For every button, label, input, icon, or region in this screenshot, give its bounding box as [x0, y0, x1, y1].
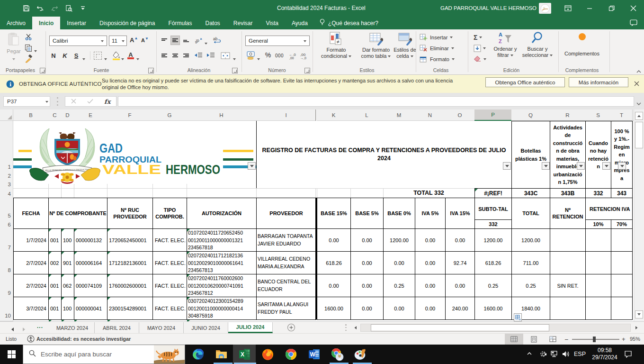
row-header-4[interactable]: 4: [0, 188, 13, 198]
cell-T7[interactable]: [611, 228, 633, 252]
cell-R7-nret[interactable]: [550, 228, 586, 252]
header-cell-iva5[interactable]: IVA 5%: [415, 198, 446, 229]
cell-styles-button[interactable]: Estilos decelda: [391, 31, 419, 59]
tray-recorder-icon[interactable]: [539, 350, 547, 358]
cell-R10-nret[interactable]: [550, 297, 586, 320]
get-office-button[interactable]: Obtenga Office auténtico: [485, 77, 565, 87]
cell-I1-report-title[interactable]: REGISTRO DE FACTURAS DE COMPRA Y RETENCI…: [256, 121, 511, 188]
header-cell-retencion[interactable]: RETENCION IVA: [585, 198, 633, 220]
tray-volume-icon[interactable]: [562, 350, 570, 358]
ribbon-tab-revisar[interactable]: Revisar: [227, 17, 259, 29]
cell-B9-fecha[interactable]: 2/7/2024: [13, 274, 49, 297]
sheet-tab-julio-2024[interactable]: JULIO 2024: [228, 322, 273, 333]
fill-button[interactable]: [474, 45, 486, 52]
cell-F9-ruc[interactable]: 1760002600001: [107, 274, 153, 297]
row-header-1[interactable]: 1: [0, 121, 13, 171]
orientation-dropdown-icon[interactable]: [205, 39, 207, 47]
cell-S1-cuando[interactable]: Cuandono hayretención: [585, 121, 611, 189]
taskbar-app-file-explorer-icon[interactable]: [210, 345, 233, 364]
normal-view-icon[interactable]: [505, 334, 523, 345]
cell-D10[interactable]: 100: [61, 297, 74, 320]
decrease-decimal-icon[interactable]: ,00→,0: [299, 51, 310, 60]
column-header-G[interactable]: G: [152, 109, 187, 121]
percent-style-icon[interactable]: %: [264, 51, 272, 59]
column-header-T[interactable]: T: [611, 109, 633, 121]
prev-sheet-icon[interactable]: [10, 325, 15, 334]
column-header-L[interactable]: L: [350, 109, 384, 121]
cell-P10-subtotal[interactable]: 1600.00: [474, 297, 512, 320]
align-left-icon[interactable]: [160, 51, 169, 60]
column-header-B[interactable]: B: [13, 109, 49, 121]
cell-S4-code[interactable]: 332: [585, 188, 611, 198]
format-cells-button[interactable]: Formato: [420, 55, 455, 63]
cell-N8-iva5[interactable]: 0.00: [415, 251, 446, 274]
save-icon[interactable]: [21, 3, 31, 13]
cell-T8[interactable]: [611, 251, 633, 274]
cell-P8-subtotal[interactable]: 618.26: [474, 251, 512, 274]
cell-H7-autorizacion[interactable]: 0107202401172065245000120011000000001321…: [187, 228, 257, 252]
zoom-slider[interactable]: [572, 339, 619, 340]
filter-S-icon[interactable]: [602, 162, 610, 170]
cell-O7-iva15[interactable]: 0.00: [445, 228, 475, 252]
row-header-6[interactable]: 6: [0, 219, 13, 229]
font-name-select[interactable]: Calibri: [49, 36, 107, 46]
cell-B7-fecha[interactable]: 1/7/2024: [13, 228, 49, 252]
start-button[interactable]: [0, 345, 23, 364]
cell-G9-tipo[interactable]: FACT. ELEC.: [152, 274, 187, 297]
customize-qat-icon[interactable]: [78, 3, 88, 13]
tabbar-splitter[interactable]: [345, 324, 347, 331]
increase-indent-icon[interactable]: [206, 51, 216, 60]
column-header-S[interactable]: S: [585, 109, 611, 121]
search-highlight-tiger-image[interactable]: [154, 345, 185, 364]
column-header-O[interactable]: O: [445, 109, 475, 121]
cell-L8-base5[interactable]: 0.00: [350, 251, 384, 274]
cell-K7-base15[interactable]: 0.00: [317, 228, 351, 252]
header-cell-fecha[interactable]: FECHA: [13, 198, 49, 229]
orientation-icon[interactable]: ab: [194, 36, 204, 45]
decrease-indent-icon[interactable]: [193, 51, 204, 60]
cell-H8-autorizacion[interactable]: 0207202401171218213600120029010000061641…: [187, 251, 257, 274]
cell-R1-actividades[interactable]: Actividadesdeconstrucción de obramateria…: [550, 121, 586, 189]
bold-icon[interactable]: N: [49, 51, 58, 60]
cell-L7-base5[interactable]: 0.00: [350, 228, 384, 252]
cell-T1-100[interactable]: 100 %y 1%.-Regimenmicrompresa: [611, 121, 633, 189]
align-top-icon[interactable]: [160, 36, 169, 45]
header-cell-total[interactable]: TOTAL: [511, 198, 550, 229]
align-bottom-icon[interactable]: [182, 36, 190, 45]
header-cell-tipo[interactable]: TIPOCOMPROB.: [152, 198, 187, 229]
underline-icon[interactable]: S: [72, 51, 80, 60]
ribbon-tab-f-rmulas[interactable]: Fórmulas: [161, 17, 198, 29]
header-cell-subtotal[interactable]: SUBTO-TAL: [474, 198, 512, 220]
sort-filter-button[interactable]: AZ Ordenar yfiltrar: [488, 31, 523, 58]
logo-cell-filter-icon[interactable]: [248, 162, 256, 170]
minimize-icon[interactable]: [579, 0, 600, 17]
paste-options-button[interactable]: [514, 313, 522, 321]
cell-E10[interactable]: 000000041: [74, 297, 107, 320]
redo-icon[interactable]: [49, 3, 60, 13]
cell-P7-subtotal[interactable]: 1200.00: [474, 228, 512, 252]
cell-M9-base0[interactable]: 0.25: [383, 274, 415, 297]
font-size-select[interactable]: 11: [109, 36, 127, 46]
cell-O10-iva15[interactable]: 240.00: [445, 297, 475, 320]
cell-T10[interactable]: [611, 297, 633, 320]
cell-R4-code[interactable]: 343B: [550, 188, 586, 198]
taskbar-search-box[interactable]: Escribe aquí para buscar: [23, 345, 185, 364]
header-cell-10[interactable]: 10%: [585, 219, 611, 229]
page-break-view-icon[interactable]: [544, 334, 562, 345]
select-all-corner[interactable]: [0, 109, 13, 121]
cell-C9[interactable]: 001: [48, 274, 62, 297]
comma-style-icon[interactable]: 000: [274, 52, 285, 59]
vscroll-thumb[interactable]: [635, 122, 643, 148]
cell-C7[interactable]: 001: [48, 228, 62, 252]
sheet-tab-junio-2024[interactable]: JUNIO 2024: [184, 322, 228, 333]
cell-L9-base5[interactable]: 0.00: [350, 274, 384, 297]
more-info-button[interactable]: Más información: [569, 77, 628, 87]
header-cell-autorizacion[interactable]: AUTORIZACIÓN: [187, 198, 257, 229]
tray-language[interactable]: ESP: [574, 351, 586, 357]
font-color-icon[interactable]: A: [127, 50, 134, 60]
column-header-C[interactable]: C: [48, 109, 62, 121]
filter-R-icon[interactable]: [577, 162, 585, 170]
zoom-slider-thumb[interactable]: [593, 337, 596, 342]
cell-B10-fecha[interactable]: 3/7/2024: [13, 297, 49, 320]
align-center-icon[interactable]: [170, 51, 180, 60]
